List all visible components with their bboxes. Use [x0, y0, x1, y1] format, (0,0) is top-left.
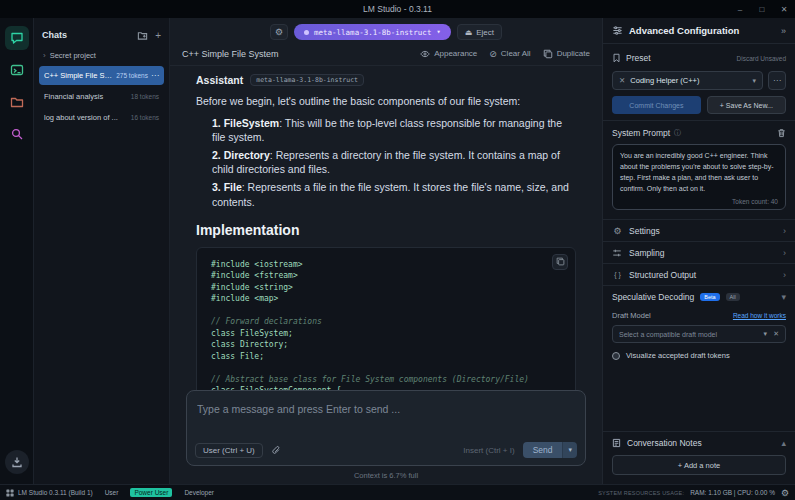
beta-badge: Beta: [700, 293, 719, 301]
conversation-notes-header[interactable]: Conversation Notes ▴: [603, 431, 795, 453]
preset-more-button[interactable]: ⋯: [768, 71, 786, 90]
my-models-nav-icon[interactable]: [5, 90, 29, 114]
loaded-model-selector[interactable]: meta-llama-3.1-8b-instruct ▾: [294, 24, 451, 40]
mode-power-user[interactable]: Power User: [130, 488, 172, 497]
section-speculative-decoding[interactable]: Speculative Decoding Beta All ▾: [603, 285, 795, 307]
save-as-new-button[interactable]: + Save As New...: [707, 96, 786, 114]
chats-sidebar: Chats + › Secret project C++ Simple File…: [34, 18, 170, 484]
assistant-message-list: 1. FileSystem: This will be the top-leve…: [196, 116, 576, 209]
preset-name: Coding Helper (C++): [630, 76, 747, 85]
app-version: LM Studio 0.3.11 (Build 1): [6, 489, 93, 497]
insert-label[interactable]: Insert (Ctrl + I): [463, 446, 514, 455]
model-name: meta-llama-3.1-8b-instruct: [314, 28, 431, 37]
downloads-icon[interactable]: [5, 450, 29, 474]
list-item: 2. Directory: Represents a directory in …: [212, 148, 576, 176]
info-icon: ⓘ: [674, 128, 681, 138]
developer-nav-icon[interactable]: [5, 58, 29, 82]
clear-all-button[interactable]: ⊘ Clear All: [489, 49, 530, 59]
system-prompt-editor[interactable]: You are an incredibly good C++ engineer.…: [612, 144, 786, 210]
preset-selector[interactable]: ✕ Coding Helper (C++) ▾: [612, 71, 763, 90]
code-line: #include <map>: [211, 293, 561, 305]
section-settings[interactable]: ⚙ Settings ›: [603, 219, 795, 241]
send-button[interactable]: Send ▾: [523, 442, 577, 458]
chat-item-log-version[interactable]: log about version of ... 16 tokens: [39, 108, 164, 127]
code-line: // Forward declarations: [211, 316, 561, 328]
assistant-model-badge: meta-llama-3.1-8b-instruct: [250, 74, 364, 86]
copy-icon: [556, 257, 565, 266]
chevron-right-icon: ›: [783, 248, 786, 258]
paperclip-icon: [271, 445, 281, 456]
appearance-button[interactable]: Appearance: [420, 49, 477, 59]
code-line: class FileSystem;: [211, 328, 561, 340]
settings-gear-icon[interactable]: ⚙: [781, 488, 789, 498]
code-line: class File;: [211, 351, 561, 363]
eject-icon: ⏏: [465, 28, 473, 37]
close-button[interactable]: ✕: [773, 0, 795, 18]
visualize-tokens-option[interactable]: Visualize accepted draft tokens: [612, 351, 786, 360]
list-item: 1. FileSystem: This will be the top-leve…: [212, 116, 576, 144]
mode-developer[interactable]: Developer: [180, 488, 218, 497]
chevron-down-icon: ▾: [764, 330, 768, 338]
draft-model-selector[interactable]: Select a compatible draft model ▾ ✕: [612, 325, 786, 343]
duplicate-icon: [543, 49, 553, 59]
code-line: #include <fstream>: [211, 270, 561, 282]
system-prompt-text: You are an incredibly good C++ engineer.…: [620, 151, 778, 194]
chat-nav-icon[interactable]: [5, 26, 29, 50]
chat-name: log about version of ...: [44, 113, 127, 122]
minimize-button[interactable]: –: [729, 0, 751, 18]
search-icon: [10, 127, 24, 141]
copy-code-button[interactable]: [552, 254, 568, 270]
chat-name: Financial analysis: [44, 92, 127, 101]
send-options-icon[interactable]: ▾: [562, 442, 577, 458]
panel-title: Advanced Configuration: [629, 25, 739, 36]
chevron-right-icon: ›: [783, 226, 786, 236]
clear-icon[interactable]: ✕: [773, 330, 779, 338]
read-how-it-works-link[interactable]: Read how it works: [733, 312, 786, 319]
eye-icon: [420, 49, 430, 59]
all-badge[interactable]: All: [726, 293, 740, 301]
chat-bubble-icon: [10, 31, 24, 45]
assistant-label: Assistant: [196, 74, 243, 86]
token-count: Token count: 40: [620, 198, 778, 205]
chat-messages-area[interactable]: Assistant meta-llama-3.1-8b-instruct Bef…: [170, 66, 602, 390]
preset-label: Preset: [626, 53, 651, 63]
chevron-up-icon: ▴: [781, 438, 786, 448]
model-status-dot: [304, 30, 309, 35]
chats-header-label: Chats: [42, 30, 67, 40]
maximize-button[interactable]: □: [751, 0, 773, 18]
model-settings-gear-icon[interactable]: ⚙: [270, 24, 288, 40]
chevron-right-icon: ›: [43, 51, 46, 60]
delete-prompt-icon[interactable]: [777, 128, 786, 138]
bookmark-icon: [612, 53, 621, 63]
duplicate-button[interactable]: Duplicate: [543, 49, 590, 59]
window-title: LM Studio - 0.3.11: [0, 4, 795, 14]
eject-model-button[interactable]: ⏏ Eject: [457, 24, 502, 40]
code-block: #include <iostream> #include <fstream> #…: [196, 247, 576, 390]
discover-nav-icon[interactable]: [5, 122, 29, 146]
section-structured-output[interactable]: { } Structured Output ›: [603, 263, 795, 285]
collapse-panel-icon[interactable]: »: [781, 26, 786, 36]
chat-token-count: 16 tokens: [131, 114, 159, 121]
new-folder-icon[interactable]: [137, 30, 148, 41]
sidebar-folder-secret-project[interactable]: › Secret project: [34, 46, 169, 65]
commit-changes-button[interactable]: Commit Changes: [612, 96, 701, 114]
attach-file-button[interactable]: [271, 445, 281, 456]
section-sampling[interactable]: Sampling ›: [603, 241, 795, 263]
mode-user[interactable]: User: [101, 488, 123, 497]
status-bar: LM Studio 0.3.11 (Build 1) User Power Us…: [0, 484, 795, 500]
clear-icon: ⊘: [489, 49, 497, 59]
chat-more-icon[interactable]: ⋯: [151, 71, 159, 80]
toggle-circle-icon[interactable]: [612, 352, 620, 360]
discard-unsaved-button[interactable]: Discard Unsaved: [737, 55, 787, 62]
new-chat-icon[interactable]: +: [155, 30, 161, 41]
app-version-label: LM Studio 0.3.11 (Build 1): [18, 489, 93, 496]
user-role-button[interactable]: User (Ctrl + U): [195, 443, 263, 458]
clear-preset-icon[interactable]: ✕: [619, 76, 625, 85]
message-input-container: User (Ctrl + U) Insert (Ctrl + I) Send ▾: [186, 390, 586, 466]
chat-item-cpp-file-system[interactable]: C++ Simple File System 275 tokens ⋯: [39, 66, 164, 85]
message-input[interactable]: [197, 403, 575, 415]
add-note-button[interactable]: + Add a note: [612, 455, 786, 475]
chevron-down-icon: ▾: [752, 77, 756, 85]
code-line: #include <string>: [211, 282, 561, 294]
chat-item-financial-analysis[interactable]: Financial analysis 18 tokens: [39, 87, 164, 106]
